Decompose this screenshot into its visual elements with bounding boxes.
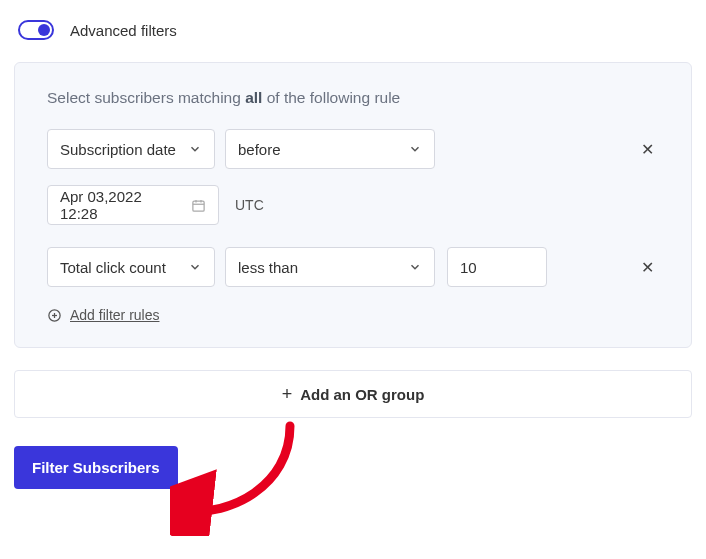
chevron-down-icon [396,142,422,156]
chevron-down-icon [176,260,202,274]
panel-title-pre: Select subscribers matching [47,89,245,106]
timezone-label: UTC [235,197,264,213]
plus-circle-icon [47,308,62,323]
rule-operator-value: before [238,141,281,158]
rule-operator-select[interactable]: less than [225,247,435,287]
rule-date-input[interactable]: Apr 03,2022 12:28 [47,185,219,225]
filter-subscribers-button[interactable]: Filter Subscribers [14,446,178,489]
rule-field-select[interactable]: Subscription date [47,129,215,169]
svg-rect-0 [193,201,204,211]
rule-field-select[interactable]: Total click count [47,247,215,287]
add-filter-rule-label: Add filter rules [70,307,159,323]
close-icon: ✕ [641,140,654,159]
panel-title: Select subscribers matching all of the f… [47,89,659,107]
rule-value-input[interactable]: 10 [447,247,547,287]
calendar-icon [191,198,206,213]
toggle-knob [38,24,50,36]
filter-subscribers-label: Filter Subscribers [32,459,160,476]
panel-title-post: of the following rule [262,89,400,106]
annotation-arrow-icon [170,416,310,536]
chevron-down-icon [176,142,202,156]
rule-value-text: 10 [460,259,477,276]
rule-field-value: Subscription date [60,141,176,158]
remove-rule-button[interactable]: ✕ [635,137,659,161]
add-filter-rule-button[interactable]: Add filter rules [47,307,659,323]
rule-operator-value: less than [238,259,298,276]
filter-panel: Select subscribers matching all of the f… [14,62,692,348]
advanced-filters-toggle[interactable] [18,20,54,40]
rule-date-value: Apr 03,2022 12:28 [60,188,183,222]
rule-field-value: Total click count [60,259,166,276]
plus-icon: + [282,384,293,405]
rule-operator-select[interactable]: before [225,129,435,169]
chevron-down-icon [396,260,422,274]
panel-title-bold: all [245,89,262,106]
add-or-group-button[interactable]: + Add an OR group [14,370,692,418]
advanced-filters-label: Advanced filters [70,22,177,39]
add-or-group-label: Add an OR group [300,386,424,403]
close-icon: ✕ [641,258,654,277]
remove-rule-button[interactable]: ✕ [635,255,659,279]
